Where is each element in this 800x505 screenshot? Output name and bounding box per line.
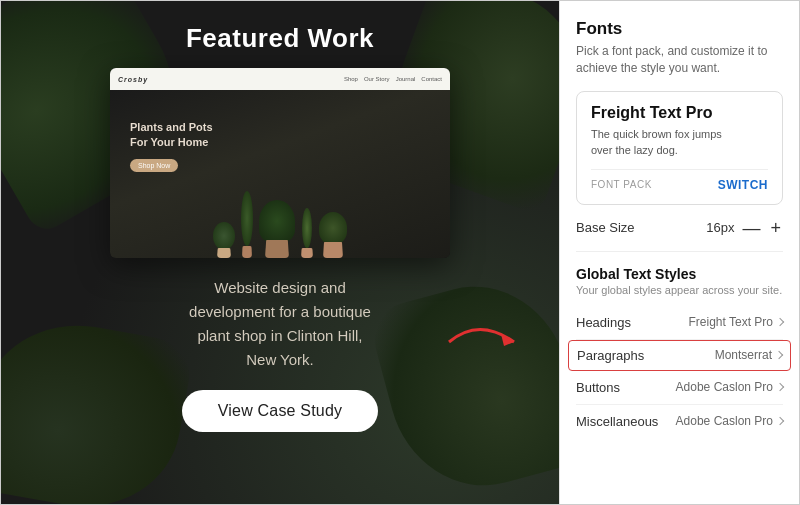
- plant-5: [319, 212, 347, 258]
- plant-4: [301, 208, 313, 258]
- nav-item-contact: Contact: [421, 76, 442, 82]
- nav-item-story: Our Story: [364, 76, 390, 82]
- style-row-paragraphs[interactable]: Paragraphs Montserrat: [568, 340, 791, 371]
- preview-nav: Shop Our Story Journal Contact: [344, 76, 442, 82]
- paragraphs-label: Paragraphs: [577, 348, 644, 363]
- preview-text-block: Plants and PotsFor Your Home Shop Now: [130, 120, 213, 172]
- view-case-button[interactable]: View Case Study: [182, 390, 379, 432]
- buttons-value: Adobe Caslon Pro: [676, 380, 783, 394]
- fonts-title: Fonts: [576, 19, 783, 39]
- preview-header: Crosby Shop Our Story Journal Contact: [110, 68, 450, 90]
- buttons-label: Buttons: [576, 380, 620, 395]
- style-row-headings[interactable]: Headings Freight Text Pro: [576, 306, 783, 340]
- preview-brand: Crosby: [118, 76, 148, 83]
- font-card: Freight Text Pro The quick brown fox jum…: [576, 91, 783, 205]
- headings-label: Headings: [576, 315, 631, 330]
- chevron-right-icon: [776, 383, 784, 391]
- fonts-subtitle: Pick a font pack, and customize it to ac…: [576, 43, 783, 77]
- base-size-label: Base Size: [576, 220, 635, 235]
- nav-item-journal: Journal: [396, 76, 416, 82]
- base-size-row: Base Size 16px — +: [576, 219, 783, 252]
- preview-shop-button: Shop Now: [130, 159, 178, 172]
- preview-plants: [213, 191, 347, 258]
- left-panel: Featured Work Crosby Shop Our Story Jour…: [1, 1, 559, 505]
- featured-title: Featured Work: [186, 23, 374, 54]
- chevron-right-icon: [776, 417, 784, 425]
- base-size-controls: 16px — +: [706, 219, 783, 237]
- style-row-miscellaneous[interactable]: Miscellaneous Adobe Caslon Pro: [576, 405, 783, 438]
- switch-button[interactable]: SWITCH: [718, 178, 768, 192]
- increase-size-button[interactable]: +: [768, 219, 783, 237]
- style-row-buttons[interactable]: Buttons Adobe Caslon Pro: [576, 371, 783, 405]
- miscellaneous-value: Adobe Caslon Pro: [676, 414, 783, 428]
- paragraphs-value: Montserrat: [715, 348, 782, 362]
- plant-3: [259, 200, 295, 258]
- chevron-right-icon: [776, 318, 784, 326]
- global-text-title: Global Text Styles: [576, 266, 783, 282]
- description-text: Website design anddevelopment for a bout…: [189, 276, 371, 372]
- font-sample: The quick brown fox jumpsover the lazy d…: [591, 126, 768, 159]
- headings-value: Freight Text Pro: [689, 315, 783, 329]
- plant-1: [213, 222, 235, 258]
- font-pack-row: FONT PACK SWITCH: [591, 169, 768, 192]
- miscellaneous-label: Miscellaneous: [576, 414, 658, 429]
- chevron-right-icon: [775, 351, 783, 359]
- nav-item-shop: Shop: [344, 76, 358, 82]
- global-text-subtitle: Your global styles appear across your si…: [576, 284, 783, 296]
- font-name: Freight Text Pro: [591, 104, 768, 122]
- preview-headline: Plants and PotsFor Your Home: [130, 120, 213, 151]
- global-text-styles-list: Headings Freight Text Pro Paragraphs Mon…: [576, 306, 783, 438]
- right-panel: Fonts Pick a font pack, and customize it…: [559, 1, 799, 505]
- preview-body: Plants and PotsFor Your Home Shop Now: [110, 90, 450, 258]
- font-pack-label: FONT PACK: [591, 179, 652, 190]
- decrease-size-button[interactable]: —: [740, 219, 762, 237]
- website-preview-card: Crosby Shop Our Story Journal Contact Pl…: [110, 68, 450, 258]
- base-size-value: 16px: [706, 220, 734, 235]
- plant-2: [241, 191, 253, 258]
